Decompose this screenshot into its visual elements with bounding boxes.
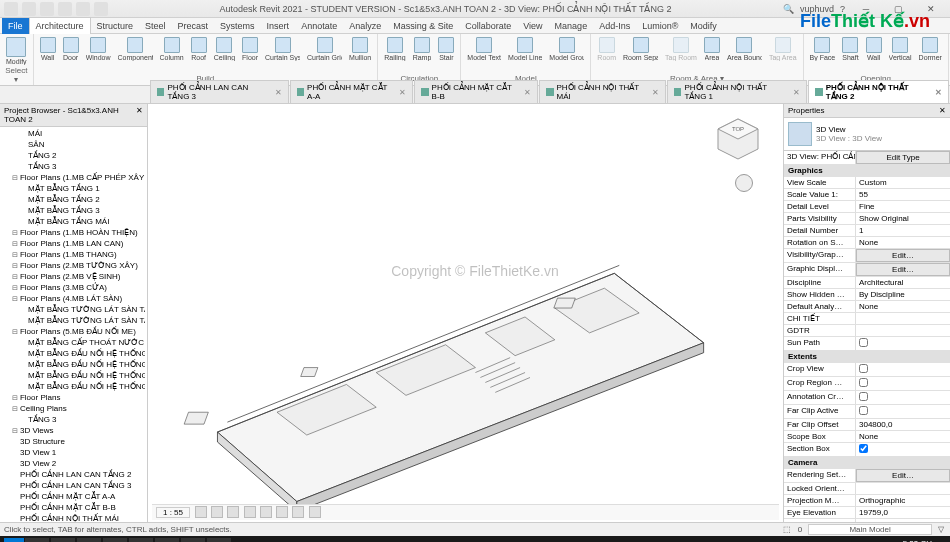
prop-value[interactable]: Edit… bbox=[856, 469, 950, 482]
tree-item[interactable]: MẶT BẰNG ĐẦU NỐI HỆ THỐNG ĐIỆ bbox=[2, 381, 145, 392]
prop-value[interactable]: 304800,0 bbox=[856, 419, 950, 430]
selection-count-icon[interactable]: ⬚ bbox=[783, 525, 791, 534]
tree-item[interactable]: 3D View 2 bbox=[2, 458, 145, 469]
tree-item[interactable]: Floor Plans (5.MB ĐẦU NỐI ME) bbox=[2, 326, 145, 337]
open-icon[interactable] bbox=[22, 2, 36, 16]
taskbar-search-icon[interactable] bbox=[25, 538, 49, 542]
main-model-selector[interactable]: Main Model bbox=[808, 524, 931, 535]
prop-section[interactable]: Graphics bbox=[784, 165, 950, 177]
tree-item[interactable]: MẶT BẰNG CẤP THOÁT NƯỚC MÁI bbox=[2, 337, 145, 348]
tree-item[interactable]: Floor Plans (1.MB CẤP PHÉP XÂY DỰNG) bbox=[2, 172, 145, 183]
tree-item[interactable]: TẦNG 2 bbox=[2, 150, 145, 161]
tree-item[interactable]: Floor Plans bbox=[2, 392, 145, 403]
tool-component[interactable]: Component bbox=[116, 36, 155, 74]
tool-curtain-grid[interactable]: Curtain Grid bbox=[305, 36, 344, 74]
tree-item[interactable]: 3D Structure bbox=[2, 436, 145, 447]
prop-value[interactable] bbox=[856, 405, 950, 418]
crop-icon[interactable] bbox=[276, 506, 288, 518]
browser-close-icon[interactable]: ✕ bbox=[136, 106, 143, 124]
tree-item[interactable]: TẦNG 3 bbox=[2, 414, 145, 425]
taskbar-app[interactable] bbox=[77, 538, 101, 542]
taskbar-app[interactable] bbox=[207, 538, 231, 542]
tree-item[interactable]: PHỐI CẢNH LAN CAN TẦNG 3 bbox=[2, 480, 145, 491]
prop-value[interactable]: Architectural bbox=[856, 277, 950, 288]
menu-tab-steel[interactable]: Steel bbox=[139, 18, 172, 34]
tree-item[interactable]: Floor Plans (2.MB VỆ SINH) bbox=[2, 271, 145, 282]
prop-value[interactable]: None bbox=[856, 237, 950, 248]
prop-value[interactable]: By Discipline bbox=[856, 289, 950, 300]
tree-item[interactable]: MẶT BẰNG TƯỜNG LÁT SÀN TẦNG 1 bbox=[2, 304, 145, 315]
view-tab[interactable]: PHỐI CẢNH NỘI THẤT TẦNG 1✕ bbox=[667, 80, 807, 103]
prop-value[interactable]: Orthographic bbox=[856, 495, 950, 506]
tool-roof[interactable]: Roof bbox=[189, 36, 209, 74]
sun-path-icon[interactable] bbox=[227, 506, 239, 518]
menu-tab-systems[interactable]: Systems bbox=[214, 18, 261, 34]
prop-value[interactable]: 19759,0 bbox=[856, 507, 950, 518]
tool-model-text[interactable]: Model Text bbox=[465, 36, 503, 74]
prop-section[interactable]: Extents bbox=[784, 351, 950, 363]
tree-item[interactable]: PHỐI CẢNH NỘI THẤT MÁI bbox=[2, 513, 145, 522]
shadows-icon[interactable] bbox=[244, 506, 256, 518]
tree-item[interactable]: 3D View 1 bbox=[2, 447, 145, 458]
visual-style-icon[interactable] bbox=[211, 506, 223, 518]
tool-railing[interactable]: Railing bbox=[382, 36, 407, 74]
tool-shaft[interactable]: Shaft bbox=[840, 36, 860, 74]
tool-ramp[interactable]: Ramp bbox=[411, 36, 434, 74]
save-icon[interactable] bbox=[40, 2, 54, 16]
tool-area[interactable]: Area bbox=[702, 36, 722, 74]
view-tab[interactable]: PHỐI CẢNH NỘI THẤT TẦNG 2✕ bbox=[808, 80, 949, 103]
tool-ceiling[interactable]: Ceiling bbox=[212, 36, 237, 74]
prop-value[interactable]: None bbox=[856, 301, 950, 312]
drawing-canvas[interactable]: TOP 1 : 55 bbox=[148, 104, 784, 522]
edit-type-button[interactable]: Edit Type bbox=[856, 151, 950, 164]
menu-tab-massingsite[interactable]: Massing & Site bbox=[387, 18, 459, 34]
tool-dormer[interactable]: Dormer bbox=[917, 36, 944, 74]
prop-section[interactable]: Camera bbox=[784, 457, 950, 469]
prop-value[interactable]: Show Original bbox=[856, 213, 950, 224]
tool-wall[interactable]: Wall bbox=[38, 36, 58, 74]
reveal-icon[interactable] bbox=[309, 506, 321, 518]
tool-window[interactable]: Window bbox=[84, 36, 113, 74]
tree-item[interactable]: Floor Plans (4.MB LÁT SÀN) bbox=[2, 293, 145, 304]
menu-tab-lumion[interactable]: Lumion® bbox=[636, 18, 684, 34]
properties-close-icon[interactable]: ✕ bbox=[939, 106, 946, 115]
print-icon[interactable] bbox=[94, 2, 108, 16]
view-tab[interactable]: PHỐI CẢNH NỘI THẤT MÁI✕ bbox=[539, 80, 666, 103]
tree-item[interactable]: SÂN bbox=[2, 139, 145, 150]
tool-modify[interactable]: Modify bbox=[4, 36, 29, 66]
redo-icon[interactable] bbox=[76, 2, 90, 16]
detail-level-icon[interactable] bbox=[195, 506, 207, 518]
close-tab-icon[interactable]: ✕ bbox=[524, 88, 531, 97]
search-icon[interactable]: 🔍 bbox=[783, 4, 794, 14]
prop-value[interactable]: Fine bbox=[856, 201, 950, 212]
tree-item[interactable]: MẶT BẰNG ĐẦU NỐI HỆ THỐNG THO bbox=[2, 359, 145, 370]
tree-item[interactable]: MẶT BẰNG ĐẦU NỐI HỆ THỐNG CẤP bbox=[2, 348, 145, 359]
view-tab[interactable]: PHỐI CẢNH MẶT CẮT A-A✕ bbox=[290, 80, 414, 103]
tool-by-face[interactable]: By Face bbox=[808, 36, 838, 74]
tree-item[interactable]: MẶT BẰNG ĐẦU NỐI HỆ THỐNG THÔ bbox=[2, 370, 145, 381]
tool-model-group[interactable]: Model Group bbox=[547, 36, 586, 74]
tree-item[interactable]: PHỐI CẢNH MẶT CẮT A-A bbox=[2, 491, 145, 502]
view-tab[interactable]: PHỐI CẢNH MẶT CẮT B-B✕ bbox=[414, 80, 538, 103]
tree-item[interactable]: Floor Plans (1.MB HOÀN THIỆN) bbox=[2, 227, 145, 238]
tree-item[interactable]: MẶT BẰNG TẦNG MÁI bbox=[2, 216, 145, 227]
nav-wheel-icon[interactable] bbox=[735, 174, 753, 192]
tool-wall[interactable]: Wall bbox=[864, 36, 884, 74]
tool-area-boundary[interactable]: Area Boundary bbox=[725, 36, 764, 74]
prop-value[interactable]: 1150,0 bbox=[856, 519, 950, 522]
menu-tab-precast[interactable]: Precast bbox=[172, 18, 215, 34]
tree-item[interactable]: MẶT BẰNG TẦNG 3 bbox=[2, 205, 145, 216]
menu-tab-modify[interactable]: Modify bbox=[684, 18, 723, 34]
menu-tab-structure[interactable]: Structure bbox=[91, 18, 140, 34]
tree-item[interactable]: Floor Plans (2.MB TƯỜNG XÂY) bbox=[2, 260, 145, 271]
taskbar-app[interactable] bbox=[129, 538, 153, 542]
prop-value[interactable]: 55 bbox=[856, 189, 950, 200]
tree-item[interactable]: Floor Plans (1.MB LAN CAN) bbox=[2, 238, 145, 249]
menu-tab-file[interactable]: File bbox=[2, 18, 29, 34]
prop-value[interactable] bbox=[856, 391, 950, 404]
tool-mullion[interactable]: Mullion bbox=[347, 36, 373, 74]
menu-tab-architecture[interactable]: Architecture bbox=[29, 17, 91, 34]
tool-column[interactable]: Column bbox=[158, 36, 186, 74]
hide-isolate-icon[interactable] bbox=[292, 506, 304, 518]
menu-tab-analyze[interactable]: Analyze bbox=[343, 18, 387, 34]
